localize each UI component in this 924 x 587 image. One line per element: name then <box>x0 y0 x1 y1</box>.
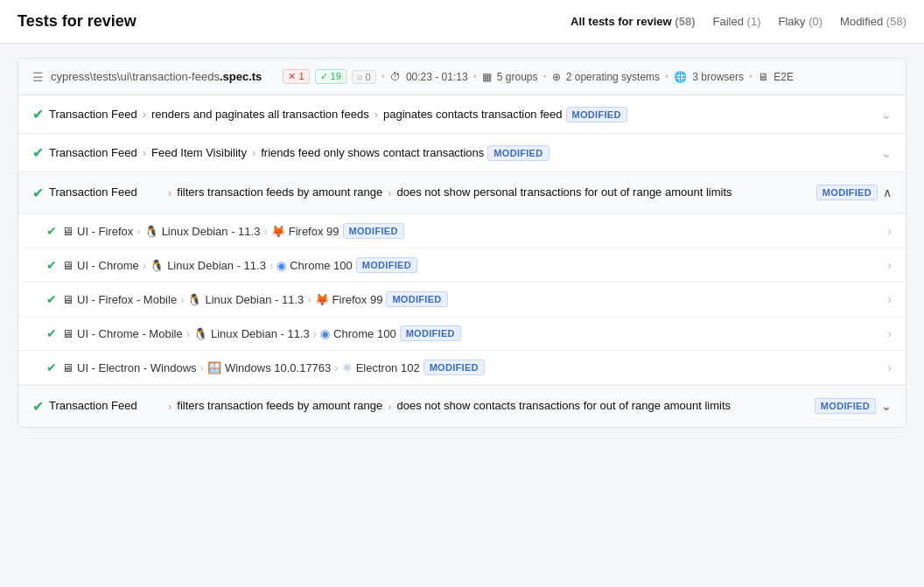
skip-badge: ○ 0 <box>352 70 376 84</box>
header-tabs: All tests for review (58) Failed (1) Fla… <box>570 15 906 28</box>
chevron-down-partial[interactable]: ⌄ <box>881 399 892 413</box>
modified-badge-1: MODIFIED <box>566 107 627 122</box>
monitor-icon-4: 🖥 <box>62 327 74 340</box>
partial-test-row: ✔ Transaction Feed › filters transaction… <box>18 385 906 427</box>
electron-icon: ⚛ <box>342 361 353 374</box>
linux-icon-1: 🐧 <box>144 225 158 238</box>
spec-time: 00:23 - 01:13 <box>406 71 468 83</box>
chevron-down-2: ⌄ <box>881 146 892 160</box>
spec-type: E2E <box>774 71 794 83</box>
chevron-up-expanded[interactable]: ∧ <box>883 185 892 199</box>
breadcrumb-2: Transaction Feed › Feed Item Visibility … <box>49 145 876 161</box>
spec-browsers: 3 browsers <box>692 71 744 83</box>
partial-col1: Transaction Feed <box>49 398 163 414</box>
os-icon: ⊕ <box>552 71 561 83</box>
sub-breadcrumb-1: 🖥 UI - Firefox › 🐧 Linux Debian - 11.3 ›… <box>62 223 882 239</box>
tab-all-tests[interactable]: All tests for review (58) <box>570 15 695 28</box>
partial-col3: does not show contacts transactions for … <box>397 398 809 414</box>
sub-row-4[interactable]: ✔ 🖥 UI - Chrome - Mobile › 🐧 Linux Debia… <box>18 317 906 351</box>
main-content: ☰ cypress\tests\ui\transaction-feeds.spe… <box>0 44 924 442</box>
sub-check-4: ✔ <box>46 326 57 340</box>
page-header: Tests for review All tests for review (5… <box>0 0 924 44</box>
firefox-icon-2: 🦊 <box>315 293 329 306</box>
monitor-icon-2: 🖥 <box>62 259 74 272</box>
test-row-2[interactable]: ✔ Transaction Feed › Feed Item Visibilit… <box>18 134 906 172</box>
modified-badge-2: MODIFIED <box>487 145 549 161</box>
check-icon-expanded: ✔ <box>32 185 44 201</box>
sub-chevron-2: › <box>887 258 892 272</box>
sub-chevron-3: › <box>887 292 892 306</box>
expanded-content: Transaction Feed › filters transaction f… <box>49 185 811 200</box>
chevron-down-1: ⌄ <box>881 108 892 122</box>
partial-col2: filters transaction feeds by amount rang… <box>177 398 382 414</box>
sub-breadcrumb-2: 🖥 UI - Chrome › 🐧 Linux Debian - 11.3 › … <box>62 257 882 273</box>
expanded-col2: filters transaction feeds by amount rang… <box>177 185 382 200</box>
check-icon-2: ✔ <box>32 144 44 161</box>
groups-icon: ▦ <box>482 71 492 83</box>
expanded-col3: does not show personal transactions for … <box>397 185 811 200</box>
sub-chevron-5: › <box>887 360 892 374</box>
sub-row-1[interactable]: ✔ 🖥 UI - Firefox › 🐧 Linux Debian - 11.3… <box>18 214 906 248</box>
monitor-icon-3: 🖥 <box>62 293 74 306</box>
spec-os: 2 operating systems <box>566 71 660 83</box>
expanded-col1: Transaction Feed <box>49 185 163 200</box>
sub-check-5: ✔ <box>46 360 57 374</box>
sub-row-5[interactable]: ✔ 🖥 UI - Electron - Windows › 🪟 Windows … <box>18 351 906 385</box>
arrow-icon-2: › <box>388 186 391 199</box>
sub-check-2: ✔ <box>46 258 57 272</box>
firefox-icon-1: 🦊 <box>271 225 285 238</box>
sub-modified-1: MODIFIED <box>343 223 404 239</box>
sub-chevron-4: › <box>887 326 892 340</box>
sub-modified-5: MODIFIED <box>424 360 485 375</box>
tab-modified[interactable]: Modified (58) <box>840 15 906 28</box>
chrome-icon-1: ◉ <box>276 259 286 272</box>
page-title: Tests for review <box>18 12 136 31</box>
windows-icon: 🪟 <box>207 361 221 374</box>
expanded-modified: MODIFIED ∧ <box>816 185 892 200</box>
monitor-icon-5: 🖥 <box>62 361 74 374</box>
spec-card: ☰ cypress\tests\ui\transaction-feeds.spe… <box>18 58 906 428</box>
sub-check-1: ✔ <box>46 224 57 238</box>
partial-modified: MODIFIED ⌄ <box>815 398 892 414</box>
spec-meta: ✕ 1 ✓ 19 ○ 0 • ⏱ 00:23 - 01:13 • ▦ 5 gro… <box>283 69 794 84</box>
linux-icon-4: 🐧 <box>193 327 207 340</box>
time-icon: ⏱ <box>390 71 401 83</box>
sub-breadcrumb-4: 🖥 UI - Chrome - Mobile › 🐧 Linux Debian … <box>62 325 882 341</box>
spec-groups: 5 groups <box>497 71 538 83</box>
modified-badge-partial: MODIFIED <box>815 398 876 414</box>
tab-failed[interactable]: Failed (1) <box>713 15 761 28</box>
pass-badge: ✓ 19 <box>315 69 346 84</box>
check-icon-1: ✔ <box>32 106 44 122</box>
breadcrumb-1: Transaction Feed › renders and paginates… <box>49 107 876 122</box>
spec-header: ☰ cypress\tests\ui\transaction-feeds.spe… <box>18 59 906 95</box>
sub-row-3[interactable]: ✔ 🖥 UI - Firefox - Mobile › 🐧 Linux Debi… <box>18 283 906 317</box>
tab-flaky[interactable]: Flaky (0) <box>778 15 822 28</box>
sub-modified-3: MODIFIED <box>386 291 447 307</box>
sub-row-2[interactable]: ✔ 🖥 UI - Chrome › 🐧 Linux Debian - 11.3 … <box>18 248 906 283</box>
spec-path: cypress\tests\ui\transaction-feeds.spec.… <box>51 70 262 83</box>
sub-check-3: ✔ <box>46 292 57 306</box>
sub-chevron-1: › <box>887 224 892 238</box>
partial-content: Transaction Feed › filters transaction f… <box>49 398 809 414</box>
sub-breadcrumb-5: 🖥 UI - Electron - Windows › 🪟 Windows 10… <box>62 360 882 375</box>
modified-badge-expanded: MODIFIED <box>816 185 878 200</box>
linux-icon-3: 🐧 <box>187 293 201 306</box>
expanded-test-row: ✔ Transaction Feed › filters transaction… <box>18 172 906 214</box>
sub-modified-2: MODIFIED <box>356 257 417 273</box>
chrome-icon-2: ◉ <box>320 327 330 340</box>
sub-modified-4: MODIFIED <box>400 325 461 341</box>
test-row-1[interactable]: ✔ Transaction Feed › renders and paginat… <box>18 95 906 134</box>
file-icon: ☰ <box>32 70 44 84</box>
arrow-icon-1: › <box>168 186 172 199</box>
linux-icon-2: 🐧 <box>150 259 164 272</box>
monitor-icon-1: 🖥 <box>62 225 74 238</box>
monitor-icon: 🖥 <box>758 71 768 83</box>
sub-breadcrumb-3: 🖥 UI - Firefox - Mobile › 🐧 Linux Debian… <box>62 291 882 307</box>
arrow-icon-p2: › <box>388 400 391 413</box>
arrow-icon-p1: › <box>168 400 172 413</box>
browsers-icon: 🌐 <box>674 71 687 83</box>
check-icon-partial: ✔ <box>32 398 44 415</box>
fail-badge: ✕ 1 <box>283 69 309 84</box>
